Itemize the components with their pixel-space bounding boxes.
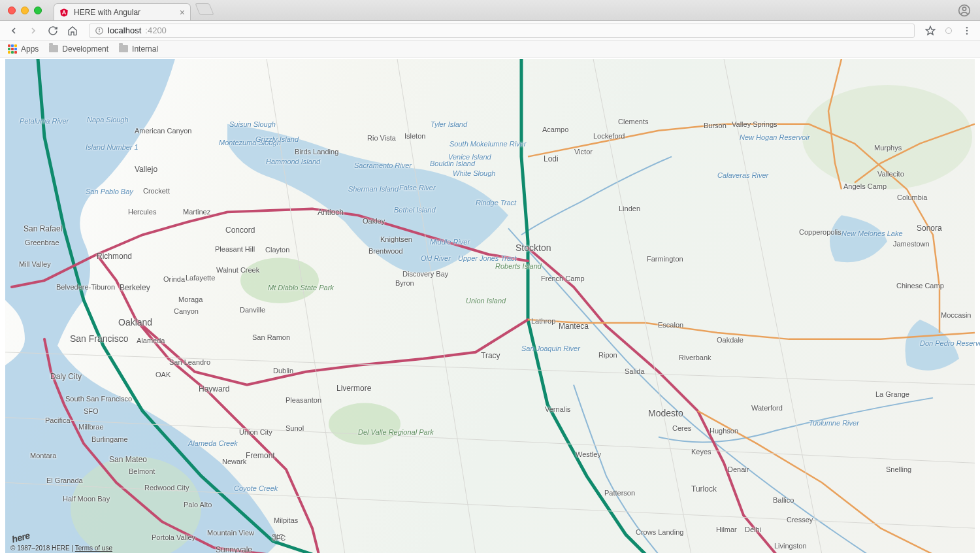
- page-content: San FranciscoOaklandStocktonModestoSan J…: [0, 58, 980, 553]
- star-icon[interactable]: [925, 25, 936, 36]
- map-label: Brentwood: [368, 248, 403, 255]
- menu-icon[interactable]: [962, 25, 972, 36]
- map-label: Island Number 1: [86, 144, 139, 151]
- map-label: Isleton: [404, 133, 425, 140]
- map-label: Burlingame: [91, 436, 128, 443]
- map-label: Stockton: [515, 243, 551, 252]
- map-label: Richmond: [97, 252, 132, 260]
- folder-icon: [49, 45, 58, 52]
- browser-tab[interactable]: HERE with Angular ×: [54, 3, 191, 20]
- map-label: San Leandro: [169, 359, 210, 366]
- minimize-window-button[interactable]: [21, 7, 29, 14]
- map-label: Union City: [239, 429, 272, 436]
- map-label: Ripon: [598, 352, 617, 359]
- map-label: Delhi: [745, 526, 761, 533]
- map-label: Montara: [30, 452, 56, 460]
- map-label: Linden: [619, 205, 640, 212]
- map-label: Walnut Creek: [216, 267, 259, 274]
- map-label: Livermore: [336, 384, 371, 392]
- map-label: Escalon: [658, 322, 683, 329]
- map-label: New Hogan Reservoir: [740, 134, 810, 141]
- url-port: :4200: [145, 25, 167, 35]
- map-label: Calaveras River: [717, 172, 768, 179]
- map-label: Orinda: [163, 276, 185, 283]
- map-label: Middle River: [430, 239, 470, 246]
- bookmark-folder-development[interactable]: Development: [49, 44, 108, 54]
- map-label: Snelling: [886, 466, 911, 473]
- forward-button[interactable]: [27, 25, 39, 37]
- close-tab-button[interactable]: ×: [180, 8, 185, 17]
- svg-marker-5: [926, 26, 934, 35]
- map-label: La Grange: [875, 391, 909, 398]
- map-label: Ceres: [672, 425, 691, 432]
- map-label: Murphys: [874, 144, 902, 152]
- map-label: New Melones Lake: [841, 230, 903, 237]
- map-label: Oakley: [363, 218, 385, 225]
- map-label: Modesto: [648, 409, 683, 418]
- map-label: Tracy: [481, 352, 500, 360]
- map-label: Burson: [704, 122, 727, 129]
- map-label: Farmington: [647, 256, 683, 263]
- tab-title: HERE with Angular: [74, 8, 174, 17]
- map-label: Coyote Creek: [234, 485, 278, 492]
- browser-toolbar: localhost:4200: [0, 21, 980, 41]
- map-label: Rio Vista: [367, 135, 396, 142]
- map-label: San Rafael: [24, 225, 62, 233]
- map-label: False River: [399, 184, 436, 192]
- maximize-window-button[interactable]: [34, 7, 42, 14]
- map-label: Grizzly Island: [255, 136, 299, 143]
- map-label: Hammond Island: [266, 158, 320, 165]
- map-label: Discovery Bay: [402, 271, 448, 278]
- apps-shortcut[interactable]: Apps: [8, 44, 39, 54]
- map-label: Riverbank: [679, 354, 711, 361]
- home-button[interactable]: [67, 25, 78, 37]
- map-label: Milpitas: [274, 517, 298, 524]
- profile-avatar-icon[interactable]: [958, 4, 971, 20]
- map-label: Tyler Island: [431, 121, 467, 128]
- map-label: El Granada: [46, 477, 83, 484]
- map-label: Byron: [395, 280, 414, 287]
- map-label: Sacramento River: [354, 162, 412, 169]
- map-label: Sherman Island: [348, 186, 399, 193]
- map-label: Union Island: [466, 297, 506, 305]
- page-status-icon: [945, 27, 953, 35]
- map-label: San Pablo Bay: [86, 188, 133, 195]
- map-label: Rindge Tract: [476, 199, 516, 207]
- map-label: Hercules: [128, 209, 156, 216]
- map-label: Half Moon Bay: [63, 495, 110, 503]
- map-label: Fremont: [246, 452, 275, 460]
- svg-point-7: [966, 27, 968, 28]
- back-button[interactable]: [8, 25, 20, 37]
- address-bar[interactable]: localhost:4200: [89, 24, 915, 38]
- map-label: Denair: [728, 466, 749, 473]
- map-label: Canyon: [174, 308, 199, 315]
- new-tab-button[interactable]: [195, 3, 214, 15]
- apps-icon: [8, 44, 17, 54]
- reload-button[interactable]: [47, 25, 59, 37]
- map-label: Chinese Camp: [896, 282, 944, 290]
- map-label: San Joaquin River: [521, 345, 580, 352]
- map-label: SFO: [84, 408, 99, 415]
- map-label: French Camp: [541, 275, 585, 282]
- bookmark-folder-internal[interactable]: Internal: [119, 44, 158, 54]
- map-label: Suisun Slough: [229, 121, 276, 128]
- map-label: Mt Diablo State Park: [268, 284, 334, 292]
- map-label: Mountain View: [207, 529, 254, 537]
- map-label: Angels Camp: [843, 183, 887, 190]
- map-label: Greenbrae: [25, 239, 59, 246]
- map-label: Lodi: [544, 155, 559, 163]
- map-label: Crows Landing: [636, 529, 683, 536]
- bookmark-label: Development: [62, 44, 108, 54]
- map-label: Portola Valley: [152, 534, 195, 541]
- map-label: OAK: [155, 371, 171, 378]
- map-label: Redwood City: [144, 484, 189, 492]
- close-window-button[interactable]: [8, 7, 16, 14]
- url-host: localhost: [108, 25, 141, 35]
- map-label: Hughson: [710, 427, 738, 435]
- map-container[interactable]: San FranciscoOaklandStocktonModestoSan J…: [5, 59, 975, 553]
- map-label: Turlock: [691, 485, 717, 493]
- map-label: White Slough: [453, 170, 495, 177]
- map-label: Birds Landing: [295, 148, 338, 156]
- map-label: San Francisco: [70, 334, 128, 343]
- terms-link[interactable]: Terms of use: [75, 545, 112, 552]
